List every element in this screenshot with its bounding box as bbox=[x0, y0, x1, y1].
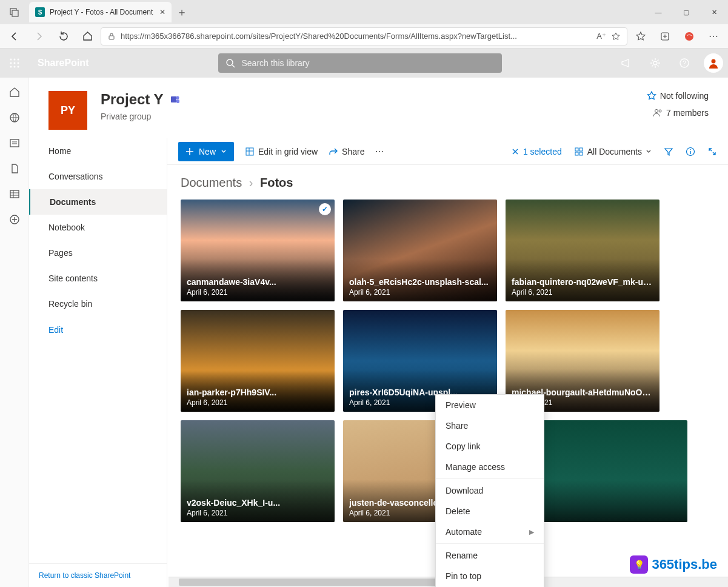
sharepoint-brand[interactable]: SharePoint bbox=[29, 58, 97, 69]
svg-text:?: ? bbox=[683, 60, 686, 67]
members-link[interactable]: 7 members bbox=[653, 108, 709, 118]
lock-icon bbox=[107, 32, 116, 41]
svg-point-8 bbox=[10, 62, 12, 64]
search-box[interactable] bbox=[218, 53, 502, 73]
tile-date: April 6, 2021 bbox=[187, 398, 329, 407]
favorite-icon[interactable] bbox=[611, 32, 621, 41]
browser-tab[interactable]: S Project Y - Fotos - All Document ✕ bbox=[29, 2, 172, 22]
image-tile[interactable]: olah-5_eRcisHc2c-unsplash-scal... April … bbox=[343, 200, 497, 301]
svg-point-12 bbox=[14, 66, 16, 68]
tile-date: April 6, 2021 bbox=[349, 288, 491, 297]
image-tile[interactable] bbox=[533, 420, 687, 522]
tile-filename: fabian-quintero-nq02weVF_mk-unsplash-... bbox=[512, 277, 653, 287]
rail-lists-icon[interactable] bbox=[8, 188, 21, 200]
svg-rect-23 bbox=[171, 96, 176, 102]
rail-create-icon[interactable] bbox=[8, 213, 21, 226]
site-subtitle: Private group bbox=[101, 112, 181, 121]
image-tile[interactable]: v2osk-Deiuc_XHk_I-u... April 6, 2021 bbox=[181, 420, 335, 522]
tab-actions-button[interactable] bbox=[0, 7, 29, 17]
svg-point-15 bbox=[653, 61, 657, 65]
image-tile[interactable]: ian-parker-p7Hh9SIV... April 6, 2021 bbox=[181, 310, 335, 412]
rail-home-icon[interactable] bbox=[8, 86, 21, 98]
app-launcher[interactable] bbox=[0, 49, 29, 78]
breadcrumb: Documents › Fotos bbox=[167, 165, 728, 193]
refresh-button[interactable] bbox=[52, 27, 74, 46]
filter-button[interactable] bbox=[664, 147, 673, 156]
follow-toggle[interactable]: Not following bbox=[647, 91, 709, 101]
forward-button[interactable] bbox=[28, 27, 50, 46]
search-input[interactable] bbox=[241, 58, 495, 68]
new-button[interactable]: New bbox=[178, 142, 234, 161]
menu-manage-access[interactable]: Manage access bbox=[436, 457, 544, 477]
profile-button[interactable] bbox=[678, 27, 700, 46]
overflow-button[interactable]: ⋯ bbox=[375, 147, 384, 156]
svg-point-14 bbox=[227, 59, 233, 65]
svg-rect-25 bbox=[176, 99, 179, 103]
window-minimize[interactable]: — bbox=[644, 3, 672, 21]
nav-item-site-contents[interactable]: Site contents bbox=[29, 266, 167, 291]
back-button[interactable] bbox=[4, 27, 25, 46]
teams-icon[interactable] bbox=[170, 94, 181, 105]
address-bar[interactable]: https://m365x366786.sharepoint.com/sites… bbox=[101, 27, 627, 45]
rail-news-icon[interactable] bbox=[8, 137, 21, 149]
people-icon bbox=[653, 108, 663, 118]
svg-rect-21 bbox=[10, 190, 19, 198]
image-tile[interactable]: fabian-quintero-nq02weVF_mk-unsplash-...… bbox=[506, 200, 660, 301]
settings-icon[interactable] bbox=[641, 49, 670, 78]
suite-bar: SharePoint ? bbox=[0, 49, 728, 78]
view-selector[interactable]: All Documents bbox=[574, 147, 652, 156]
nav-item-pages[interactable]: Pages bbox=[29, 240, 167, 266]
menu-delete[interactable]: Delete bbox=[436, 501, 544, 522]
search-icon bbox=[225, 58, 235, 68]
breadcrumb-root[interactable]: Documents bbox=[181, 176, 242, 189]
more-button[interactable]: ⋯ bbox=[703, 27, 724, 46]
return-classic-link[interactable]: Return to classic SharePoint bbox=[29, 563, 167, 587]
menu-copy-link[interactable]: Copy link bbox=[436, 436, 544, 457]
collections-button[interactable] bbox=[654, 27, 676, 46]
user-avatar[interactable] bbox=[704, 53, 723, 73]
home-button[interactable] bbox=[76, 27, 98, 46]
nav-edit-link[interactable]: Edit bbox=[29, 317, 167, 343]
nav-item-home[interactable]: Home bbox=[29, 138, 167, 164]
tile-date: April 6, 2021 bbox=[187, 288, 329, 297]
menu-pin-to-top[interactable]: Pin to top bbox=[436, 566, 544, 586]
share-button[interactable]: Share bbox=[329, 147, 364, 156]
chevron-down-icon bbox=[646, 149, 652, 155]
rail-globe-icon[interactable] bbox=[8, 112, 21, 124]
edit-grid-button[interactable]: Edit in grid view bbox=[245, 147, 318, 156]
window-maximize[interactable]: ▢ bbox=[672, 3, 700, 21]
favorites-button[interactable] bbox=[630, 27, 652, 46]
new-tab-button[interactable]: ＋ bbox=[172, 2, 192, 22]
info-icon bbox=[686, 147, 695, 156]
main-content: New Edit in grid view Share ⋯ bbox=[167, 138, 728, 587]
nav-item-documents[interactable]: Documents bbox=[29, 189, 167, 215]
image-tile[interactable]: canmandawe-3iaV4v... April 6, 2021 ✓ bbox=[181, 200, 335, 301]
menu-share[interactable]: Share bbox=[436, 415, 544, 436]
nav-item-notebook[interactable]: Notebook bbox=[29, 215, 167, 240]
breadcrumb-current: Fotos bbox=[260, 176, 293, 189]
menu-rename[interactable]: Rename bbox=[436, 545, 544, 566]
help-icon[interactable]: ? bbox=[670, 49, 699, 78]
tile-filename: v2osk-Deiuc_XHk_I-u... bbox=[187, 498, 329, 508]
close-tab-icon[interactable]: ✕ bbox=[159, 8, 165, 16]
svg-point-27 bbox=[659, 110, 661, 112]
window-close[interactable]: ✕ bbox=[700, 3, 728, 21]
svg-point-11 bbox=[10, 66, 12, 68]
megaphone-icon[interactable] bbox=[612, 49, 641, 78]
site-header: PY Project Y Private group Not following… bbox=[29, 78, 728, 138]
expand-button[interactable] bbox=[707, 147, 717, 156]
selected-check-icon[interactable]: ✓ bbox=[319, 203, 331, 215]
menu-download[interactable]: Download bbox=[436, 480, 544, 501]
menu-automate[interactable]: Automate▶ bbox=[436, 522, 544, 542]
rail-files-icon[interactable] bbox=[8, 163, 21, 175]
watermark-logo: 💡 365tips.be bbox=[630, 555, 717, 574]
selection-count[interactable]: 1 selected bbox=[511, 147, 562, 156]
reading-mode-icon[interactable]: A⁺ bbox=[596, 32, 606, 41]
browser-tab-strip: S Project Y - Fotos - All Document ✕ ＋ —… bbox=[0, 0, 728, 24]
menu-preview[interactable]: Preview bbox=[436, 395, 544, 415]
nav-item-conversations[interactable]: Conversations bbox=[29, 164, 167, 189]
info-button[interactable] bbox=[686, 147, 695, 156]
site-logo[interactable]: PY bbox=[48, 91, 87, 130]
nav-item-recycle-bin[interactable]: Recycle bin bbox=[29, 291, 167, 317]
tile-filename: ian-parker-p7Hh9SIV... bbox=[187, 387, 329, 397]
